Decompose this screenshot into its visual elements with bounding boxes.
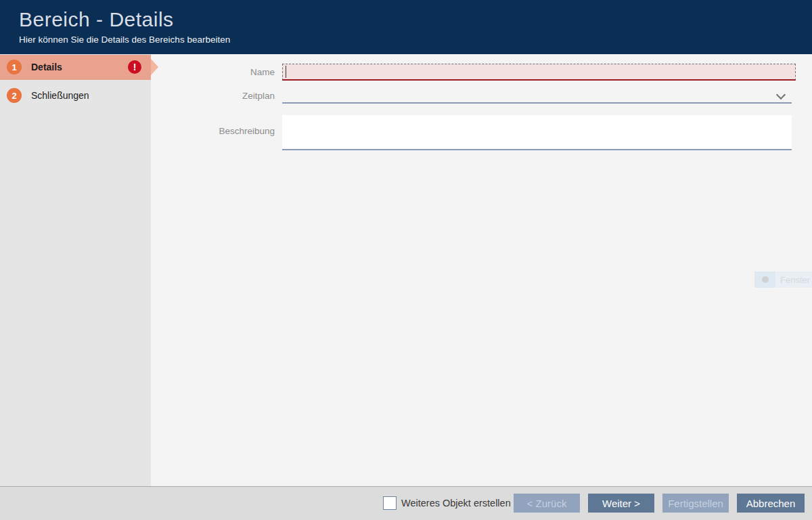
- wizard-window: Bereich - Details Hier können Sie die De…: [0, 0, 812, 520]
- step-number-badge: 1: [7, 60, 22, 74]
- beschreibung-label: Beschreibung: [151, 126, 275, 136]
- wizard-header: Bereich - Details Hier können Sie die De…: [0, 0, 812, 54]
- abbrechen-button[interactable]: Abbrechen: [737, 494, 805, 513]
- zeitplan-label: Zeitplan: [151, 91, 275, 101]
- step-label: Schließungen: [31, 90, 89, 101]
- step-item-details[interactable]: 1 Details !: [0, 55, 151, 80]
- page-title: Bereich - Details: [19, 8, 174, 31]
- weiteres-objekt-checkbox-label[interactable]: Weiteres Objekt erstellen: [401, 498, 511, 508]
- flyout-label: Fenster au: [775, 272, 812, 288]
- weiter-button[interactable]: Weiter >: [588, 494, 654, 513]
- name-input[interactable]: [282, 64, 796, 81]
- pin-icon: [754, 272, 775, 288]
- zeitplan-dropdown[interactable]: [282, 86, 792, 104]
- text-caret: [286, 66, 286, 78]
- error-icon: !: [128, 60, 141, 74]
- wizard-footer: Weiteres Objekt erstellen < Zurück Weite…: [0, 486, 812, 520]
- name-label: Name: [151, 67, 275, 77]
- weiteres-objekt-checkbox[interactable]: [383, 496, 397, 510]
- step-label: Details: [31, 62, 62, 72]
- step-item-schliessungen[interactable]: 2 Schließungen: [0, 83, 151, 108]
- page-subtitle: Hier können Sie die Details des Bereichs…: [19, 35, 230, 45]
- step-number-badge: 2: [7, 88, 22, 103]
- zurueck-button[interactable]: < Zurück: [514, 494, 580, 513]
- wizard-step-sidebar: 1 Details ! 2 Schließungen: [0, 54, 151, 486]
- fenster-flyout-handle[interactable]: Fenster au: [754, 272, 812, 288]
- beschreibung-textarea[interactable]: [282, 115, 792, 150]
- fertigstellen-button[interactable]: Fertigstellen: [662, 494, 729, 513]
